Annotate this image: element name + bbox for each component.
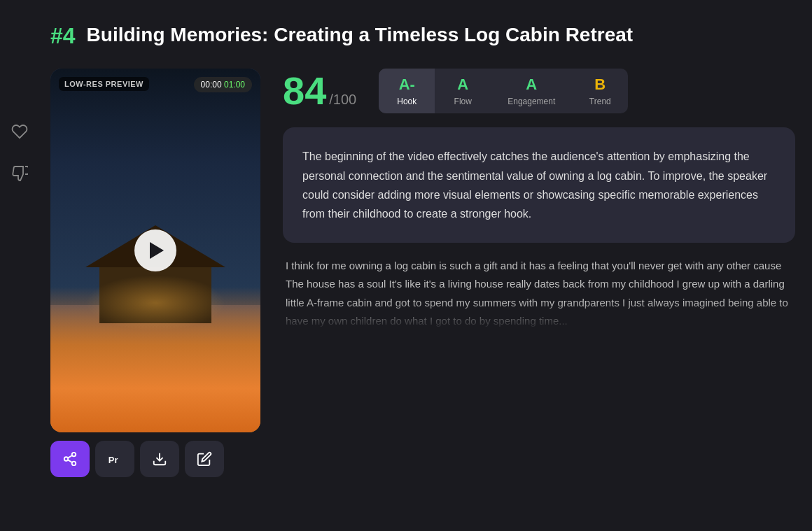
tab-trend[interactable]: B Trend (572, 69, 628, 113)
score-tabs-row: 84 /100 A- Hook A Flow A (283, 69, 795, 113)
svg-line-4 (68, 455, 72, 458)
action-buttons: Pr (50, 441, 260, 477)
main-content: #4 Building Memories: Creating a Timeles… (39, 0, 812, 531)
tab-flow-label: Flow (454, 97, 472, 106)
score-block: 84 /100 (283, 71, 356, 111)
play-button[interactable] (134, 229, 176, 271)
video-time: 00:00 01:00 (194, 77, 252, 92)
svg-point-0 (72, 453, 76, 457)
tab-flow-grade: A (457, 76, 468, 94)
share-icon (62, 451, 78, 467)
svg-line-3 (68, 460, 72, 463)
video-container[interactable]: LOW-RES PREVIEW 00:00 01:00 (50, 69, 260, 432)
tab-flow[interactable]: A Flow (435, 69, 491, 113)
video-badge: LOW-RES PREVIEW (59, 77, 149, 91)
main-container: #4 Building Memories: Creating a Timeles… (0, 0, 812, 531)
analysis-section: 84 /100 A- Hook A Flow A (283, 69, 795, 330)
tab-hook[interactable]: A- Hook (379, 69, 435, 113)
edit-button[interactable] (185, 441, 224, 477)
share-button[interactable] (50, 441, 90, 477)
tab-engagement[interactable]: A Engagement (491, 69, 572, 113)
analysis-card: The beginning of the video effectively c… (283, 127, 795, 243)
time-current: 00:00 (201, 80, 222, 90)
svg-point-1 (64, 458, 69, 462)
svg-text:Pr: Pr (108, 455, 118, 465)
like-button[interactable] (7, 119, 32, 144)
tab-engagement-grade: A (526, 76, 537, 94)
pr-button[interactable]: Pr (95, 441, 134, 477)
pr-icon: Pr (107, 451, 122, 467)
tab-hook-grade: A- (399, 76, 415, 94)
download-button[interactable] (140, 441, 179, 477)
dislike-button[interactable] (7, 161, 32, 186)
transcript-text: I think for me owning a log cabin is suc… (286, 257, 792, 330)
title-section: #4 Building Memories: Creating a Timeles… (50, 22, 795, 49)
time-total: 01:00 (224, 80, 245, 90)
video-section: LOW-RES PREVIEW 00:00 01:00 (50, 69, 260, 477)
tabs-container: A- Hook A Flow A Engagement B (379, 69, 628, 113)
transcript-section: I think for me owning a log cabin is suc… (283, 257, 795, 330)
tab-trend-grade: B (594, 76, 606, 94)
download-icon (152, 451, 167, 467)
score-denominator: /100 (329, 92, 356, 108)
score-value: 84 (283, 71, 326, 111)
analysis-text: The beginning of the video effectively c… (302, 147, 776, 223)
tab-trend-label: Trend (589, 97, 611, 106)
content-row: LOW-RES PREVIEW 00:00 01:00 (50, 69, 795, 477)
edit-icon (197, 451, 212, 467)
rank-number: #4 (50, 22, 76, 49)
svg-point-2 (72, 462, 76, 466)
cabin-glow (85, 275, 225, 331)
page-title: Building Memories: Creating a Timeless L… (87, 22, 634, 48)
tab-engagement-label: Engagement (507, 97, 555, 106)
tab-hook-label: Hook (397, 97, 416, 106)
sidebar (0, 0, 39, 531)
